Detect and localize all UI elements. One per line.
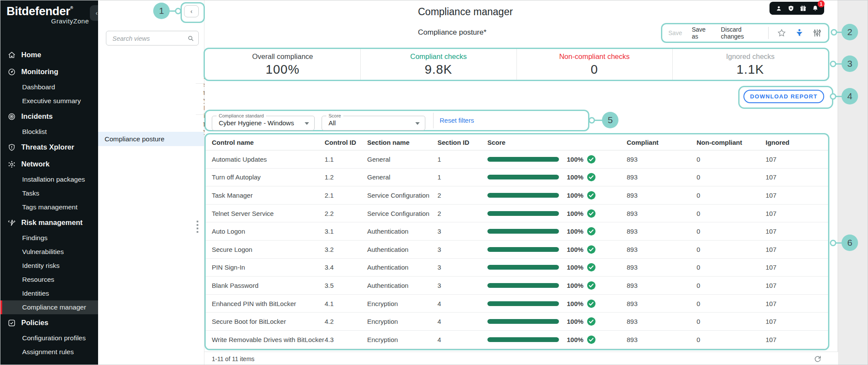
- sidebar-item-installation-packages[interactable]: Installation packages: [0, 173, 98, 186]
- sidebar-item-findings[interactable]: Findings: [0, 231, 98, 245]
- table-row[interactable]: Telnet Server Service2.2Service Configur…: [206, 205, 828, 223]
- gift-icon[interactable]: [799, 5, 807, 12]
- score-percent: 100%: [567, 228, 583, 235]
- panel-resize-handle[interactable]: [197, 221, 198, 233]
- discard-changes-button[interactable]: Discard changes: [721, 26, 760, 40]
- score-progress-bar: [487, 265, 559, 270]
- column-header-non-compliant[interactable]: Non-compliant: [697, 139, 766, 146]
- check-circle-icon: [587, 227, 596, 236]
- check-circle-icon: [587, 299, 596, 308]
- table-row[interactable]: Auto Logon3.1Authentication3100%8930107: [206, 222, 828, 241]
- cell-score: 100%: [487, 299, 627, 308]
- cell-compliant: 893: [627, 282, 697, 289]
- sidebar-item-tags-management[interactable]: Tags management: [0, 200, 98, 214]
- score-percent: 100%: [567, 192, 583, 199]
- cell-score: 100%: [487, 335, 627, 344]
- table-row[interactable]: Secure Logon3.2Authentication3100%893010…: [206, 241, 828, 259]
- sidebar-item-blocklist[interactable]: Blocklist: [0, 125, 98, 139]
- cell-control-id: 1.2: [325, 173, 367, 181]
- sidebar-item-vulnerabilities[interactable]: Vulnerabilities: [0, 245, 98, 259]
- table-body: Automatic Updates1.1General1100%8930107T…: [206, 150, 828, 349]
- sidebar-item-monitoring[interactable]: Monitoring: [0, 63, 98, 80]
- table-row[interactable]: Automatic Updates1.1General1100%8930107: [206, 150, 828, 169]
- sidebar-item-policies[interactable]: Policies: [0, 314, 98, 331]
- brand-product: GravityZone: [7, 17, 89, 25]
- sidebar-item-home[interactable]: Home: [0, 46, 98, 63]
- favorite-star-icon[interactable]: [777, 28, 786, 38]
- compliance-standard-select[interactable]: Compliance standard Cyber Hygiene - Wind…: [212, 116, 315, 130]
- stat-label: Overall compliance: [252, 52, 313, 61]
- cell-compliant: 893: [627, 300, 697, 307]
- cell-control-name: Turn off Autoplay: [212, 173, 325, 181]
- score-progress-bar: [487, 301, 559, 306]
- cell-control-id: 4.3: [325, 336, 367, 343]
- sidebar-item-configuration-profiles[interactable]: Configuration profiles: [0, 331, 98, 345]
- sidebar-item-executive-summary[interactable]: Executive summary: [0, 94, 98, 108]
- cell-non-compliant: 0: [697, 246, 766, 253]
- cell-control-id: 3.1: [325, 228, 367, 235]
- view-item-compliance-posture[interactable]: Compliance posture: [98, 132, 204, 146]
- column-header-compliant[interactable]: Compliant: [627, 139, 697, 146]
- column-header-score[interactable]: Score: [487, 139, 627, 146]
- score-percent: 100%: [567, 336, 583, 343]
- sidebar-item-assignment-rules[interactable]: Assignment rules: [0, 345, 98, 359]
- sidebar-item-identity-risks[interactable]: Identity risks: [0, 259, 98, 273]
- filter-icon[interactable]: [795, 28, 804, 38]
- user-account-icon[interactable]: [775, 5, 783, 12]
- sidebar-item-network[interactable]: Network: [0, 156, 98, 173]
- column-header-section-name[interactable]: Section name: [367, 139, 437, 146]
- column-header-control-name[interactable]: Control name: [212, 139, 325, 146]
- table-row[interactable]: Blank Password3.5Authentication3100%8930…: [206, 277, 828, 295]
- column-header-control-id[interactable]: Control ID: [325, 139, 367, 146]
- cell-compliant: 893: [627, 210, 697, 217]
- shield-plus-icon[interactable]: [787, 5, 795, 12]
- cell-score: 100%: [487, 191, 627, 200]
- cell-section-name: General: [367, 173, 437, 181]
- refresh-button[interactable]: [813, 354, 823, 364]
- sidebar-item-label: Risk management: [21, 218, 82, 227]
- score-select[interactable]: Score All: [322, 116, 425, 130]
- stat-label: Non-compliant checks: [559, 52, 629, 61]
- cell-compliant: 893: [627, 246, 697, 253]
- sidebar-item-incidents[interactable]: Incidents: [0, 108, 98, 125]
- cell-ignored: 107: [766, 173, 828, 181]
- sidebar-item-label: Monitoring: [21, 68, 58, 76]
- sidebar-item-threats-xplorer[interactable]: Threats Xplorer: [0, 139, 98, 156]
- cell-compliant: 893: [627, 156, 697, 163]
- sidebar-item-resources[interactable]: Resources: [0, 273, 98, 287]
- download-report-button[interactable]: DOWNLOAD REPORT: [743, 90, 824, 103]
- sidebar-item-risk-management[interactable]: Risk management: [0, 214, 98, 231]
- stat-value: 100%: [266, 62, 299, 77]
- table-row[interactable]: Enhanced PIN with BitLocker4.1Encryption…: [206, 295, 828, 313]
- check-circle-icon: [587, 155, 596, 164]
- compliance-standard-value: Cyber Hygiene - Windows: [219, 119, 294, 127]
- reset-filters-link[interactable]: Reset filters: [440, 117, 474, 124]
- sidebar-item-label: Blocklist: [22, 128, 47, 136]
- save-button[interactable]: Save: [668, 29, 682, 36]
- score-percent: 100%: [567, 264, 583, 271]
- save-as-button[interactable]: Save as: [692, 26, 710, 40]
- table-row[interactable]: Write Removable Drives with BitLocker4.3…: [206, 331, 828, 349]
- column-settings-icon[interactable]: [812, 28, 822, 38]
- sidebar-item-dashboard[interactable]: Dashboard: [0, 80, 98, 94]
- cell-score: 100%: [487, 227, 627, 236]
- search-views-input[interactable]: [112, 31, 186, 46]
- sidebar-item-identities[interactable]: Identities: [0, 287, 98, 300]
- table-row[interactable]: Turn off Autoplay1.2General1100%8930107: [206, 169, 828, 187]
- sidebar-item-compliance-manager[interactable]: Compliance manager: [0, 300, 98, 314]
- cell-section-id: 3: [437, 282, 487, 289]
- table-row[interactable]: Task Manager2.1Service Configuration2100…: [206, 186, 828, 205]
- cell-control-name: Task Manager: [212, 192, 325, 199]
- sidebar-item-label: Home: [21, 51, 41, 59]
- sidebar-item-tasks[interactable]: Tasks: [0, 186, 98, 200]
- table-row[interactable]: Secure Boot for BitLocker4.2Encryption41…: [206, 313, 828, 331]
- check-circle-icon: [587, 263, 596, 272]
- score-value: All: [329, 119, 336, 127]
- column-header-section-id[interactable]: Section ID: [437, 139, 487, 146]
- table-row[interactable]: PIN Sign-In3.4Authentication3100%8930107: [206, 259, 828, 277]
- views-panel-collapse-button[interactable]: ‹: [184, 5, 199, 17]
- column-header-ignored[interactable]: Ignored: [766, 139, 828, 146]
- cell-control-id: 2.2: [325, 210, 367, 217]
- notifications-bell-icon[interactable]: [812, 5, 819, 12]
- view-item-label: Compliance posture: [105, 135, 164, 143]
